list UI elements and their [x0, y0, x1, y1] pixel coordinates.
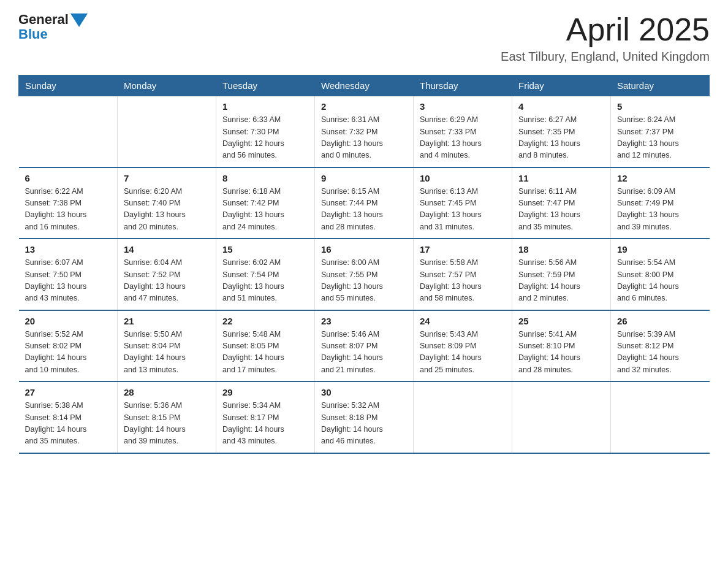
calendar-cell: 20Sunrise: 5:52 AMSunset: 8:02 PMDayligh… [19, 310, 118, 382]
day-info: Sunrise: 5:39 AMSunset: 8:12 PMDaylight:… [617, 329, 703, 377]
day-number: 6 [25, 173, 112, 183]
header-cell-thursday: Thursday [414, 75, 512, 96]
calendar-cell: 5Sunrise: 6:24 AMSunset: 7:37 PMDaylight… [611, 96, 710, 167]
day-info: Sunrise: 6:33 AMSunset: 7:30 PMDaylight:… [222, 114, 308, 162]
day-info: Sunrise: 6:29 AMSunset: 7:33 PMDaylight:… [420, 114, 506, 162]
calendar-cell: 28Sunrise: 5:36 AMSunset: 8:15 PMDayligh… [118, 381, 216, 453]
calendar-cell [19, 96, 118, 167]
calendar-table: SundayMondayTuesdayWednesdayThursdayFrid… [18, 75, 710, 454]
day-info: Sunrise: 5:38 AMSunset: 8:14 PMDaylight:… [25, 400, 112, 448]
week-row-3: 13Sunrise: 6:07 AMSunset: 7:50 PMDayligh… [19, 239, 710, 310]
day-number: 17 [420, 244, 506, 255]
title-block: April 2025 East Tilbury, England, United… [501, 12, 710, 64]
day-info: Sunrise: 5:54 AMSunset: 8:00 PMDaylight:… [617, 257, 703, 305]
week-row-5: 27Sunrise: 5:38 AMSunset: 8:14 PMDayligh… [19, 381, 710, 453]
day-number: 9 [321, 173, 407, 183]
day-info: Sunrise: 5:52 AMSunset: 8:02 PMDaylight:… [25, 329, 112, 377]
calendar-cell [118, 96, 216, 167]
week-row-2: 6Sunrise: 6:22 AMSunset: 7:38 PMDaylight… [19, 167, 710, 239]
header-cell-tuesday: Tuesday [216, 75, 315, 96]
calendar-cell: 3Sunrise: 6:29 AMSunset: 7:33 PMDaylight… [414, 96, 512, 167]
calendar-cell [414, 381, 512, 453]
day-info: Sunrise: 6:31 AMSunset: 7:32 PMDaylight:… [321, 114, 407, 162]
day-number: 14 [124, 244, 210, 255]
day-number: 18 [518, 244, 604, 255]
calendar-cell: 19Sunrise: 5:54 AMSunset: 8:00 PMDayligh… [611, 239, 710, 310]
day-info: Sunrise: 6:09 AMSunset: 7:49 PMDaylight:… [617, 186, 703, 234]
day-info: Sunrise: 5:58 AMSunset: 7:57 PMDaylight:… [420, 257, 506, 305]
day-number: 23 [321, 316, 407, 326]
day-info: Sunrise: 5:36 AMSunset: 8:15 PMDaylight:… [124, 400, 210, 448]
calendar-cell [611, 381, 710, 453]
header-cell-sunday: Sunday [19, 75, 118, 96]
calendar-cell: 14Sunrise: 6:04 AMSunset: 7:52 PMDayligh… [118, 239, 216, 310]
day-info: Sunrise: 6:27 AMSunset: 7:35 PMDaylight:… [518, 114, 604, 162]
calendar-cell [512, 381, 611, 453]
day-number: 20 [25, 316, 112, 326]
day-number: 13 [25, 244, 112, 255]
week-row-4: 20Sunrise: 5:52 AMSunset: 8:02 PMDayligh… [19, 310, 710, 382]
calendar-cell: 7Sunrise: 6:20 AMSunset: 7:40 PMDaylight… [118, 167, 216, 239]
calendar-cell: 12Sunrise: 6:09 AMSunset: 7:49 PMDayligh… [611, 167, 710, 239]
page-header: General Blue April 2025 East Tilbury, En… [18, 12, 710, 64]
calendar-cell: 9Sunrise: 6:15 AMSunset: 7:44 PMDaylight… [315, 167, 414, 239]
calendar-cell: 4Sunrise: 6:27 AMSunset: 7:35 PMDaylight… [512, 96, 611, 167]
day-number: 5 [617, 101, 703, 112]
calendar-cell: 27Sunrise: 5:38 AMSunset: 8:14 PMDayligh… [19, 381, 118, 453]
header-cell-friday: Friday [512, 75, 611, 96]
calendar-cell: 30Sunrise: 5:32 AMSunset: 8:18 PMDayligh… [315, 381, 414, 453]
logo: General Blue [18, 12, 88, 42]
header-cell-monday: Monday [118, 75, 216, 96]
header-cell-wednesday: Wednesday [315, 75, 414, 96]
day-info: Sunrise: 6:22 AMSunset: 7:38 PMDaylight:… [25, 186, 112, 234]
calendar-cell: 25Sunrise: 5:41 AMSunset: 8:10 PMDayligh… [512, 310, 611, 382]
day-info: Sunrise: 6:00 AMSunset: 7:55 PMDaylight:… [321, 257, 407, 305]
logo-text-blue: Blue [18, 27, 48, 42]
day-number: 2 [321, 101, 407, 112]
day-number: 24 [420, 316, 506, 326]
day-number: 25 [518, 316, 604, 326]
day-number: 12 [617, 173, 703, 183]
calendar-cell: 18Sunrise: 5:56 AMSunset: 7:59 PMDayligh… [512, 239, 611, 310]
day-info: Sunrise: 5:56 AMSunset: 7:59 PMDaylight:… [518, 257, 604, 305]
calendar-cell: 10Sunrise: 6:13 AMSunset: 7:45 PMDayligh… [414, 167, 512, 239]
day-info: Sunrise: 5:43 AMSunset: 8:09 PMDaylight:… [420, 329, 506, 377]
day-number: 30 [321, 387, 407, 397]
day-info: Sunrise: 5:50 AMSunset: 8:04 PMDaylight:… [124, 329, 210, 377]
day-number: 8 [222, 173, 308, 183]
calendar-cell: 11Sunrise: 6:11 AMSunset: 7:47 PMDayligh… [512, 167, 611, 239]
day-info: Sunrise: 5:34 AMSunset: 8:17 PMDaylight:… [222, 400, 308, 448]
day-number: 1 [222, 101, 308, 112]
day-number: 19 [617, 244, 703, 255]
day-number: 10 [420, 173, 506, 183]
day-number: 11 [518, 173, 604, 183]
calendar-cell: 26Sunrise: 5:39 AMSunset: 8:12 PMDayligh… [611, 310, 710, 382]
day-number: 29 [222, 387, 308, 397]
header-cell-saturday: Saturday [611, 75, 710, 96]
day-number: 16 [321, 244, 407, 255]
day-info: Sunrise: 6:18 AMSunset: 7:42 PMDaylight:… [222, 186, 308, 234]
day-info: Sunrise: 6:13 AMSunset: 7:45 PMDaylight:… [420, 186, 506, 234]
day-info: Sunrise: 6:24 AMSunset: 7:37 PMDaylight:… [617, 114, 703, 162]
header-row: SundayMondayTuesdayWednesdayThursdayFrid… [19, 75, 710, 96]
day-info: Sunrise: 6:02 AMSunset: 7:54 PMDaylight:… [222, 257, 308, 305]
calendar-cell: 22Sunrise: 5:48 AMSunset: 8:05 PMDayligh… [216, 310, 315, 382]
day-number: 7 [124, 173, 210, 183]
day-number: 15 [222, 244, 308, 255]
day-info: Sunrise: 6:07 AMSunset: 7:50 PMDaylight:… [25, 257, 112, 305]
day-number: 27 [25, 387, 112, 397]
calendar-cell: 15Sunrise: 6:02 AMSunset: 7:54 PMDayligh… [216, 239, 315, 310]
calendar-cell: 1Sunrise: 6:33 AMSunset: 7:30 PMDaylight… [216, 96, 315, 167]
day-info: Sunrise: 5:41 AMSunset: 8:10 PMDaylight:… [518, 329, 604, 377]
week-row-1: 1Sunrise: 6:33 AMSunset: 7:30 PMDaylight… [19, 96, 710, 167]
calendar-cell: 17Sunrise: 5:58 AMSunset: 7:57 PMDayligh… [414, 239, 512, 310]
day-number: 28 [124, 387, 210, 397]
calendar-header: SundayMondayTuesdayWednesdayThursdayFrid… [19, 75, 710, 96]
day-info: Sunrise: 5:32 AMSunset: 8:18 PMDaylight:… [321, 400, 407, 448]
day-info: Sunrise: 5:46 AMSunset: 8:07 PMDaylight:… [321, 329, 407, 377]
day-number: 4 [518, 101, 604, 112]
day-info: Sunrise: 6:11 AMSunset: 7:47 PMDaylight:… [518, 186, 604, 234]
month-title: April 2025 [501, 12, 710, 47]
svg-marker-0 [70, 13, 88, 27]
calendar-cell: 29Sunrise: 5:34 AMSunset: 8:17 PMDayligh… [216, 381, 315, 453]
